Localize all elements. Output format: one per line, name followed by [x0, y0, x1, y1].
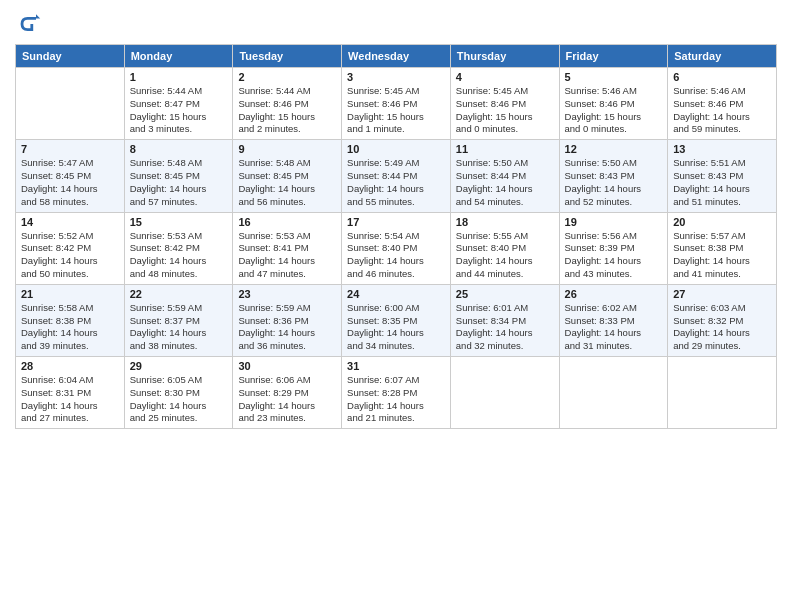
- day-info: Sunrise: 5:48 AM Sunset: 8:45 PM Dayligh…: [238, 157, 336, 208]
- day-number: 17: [347, 216, 445, 228]
- day-number: 23: [238, 288, 336, 300]
- day-number: 27: [673, 288, 771, 300]
- day-info: Sunrise: 5:57 AM Sunset: 8:38 PM Dayligh…: [673, 230, 771, 281]
- weekday-header-thursday: Thursday: [450, 45, 559, 68]
- calendar-week-row: 21Sunrise: 5:58 AM Sunset: 8:38 PM Dayli…: [16, 284, 777, 356]
- calendar-cell: 9Sunrise: 5:48 AM Sunset: 8:45 PM Daylig…: [233, 140, 342, 212]
- day-info: Sunrise: 5:53 AM Sunset: 8:42 PM Dayligh…: [130, 230, 228, 281]
- calendar-cell: 22Sunrise: 5:59 AM Sunset: 8:37 PM Dayli…: [124, 284, 233, 356]
- calendar-cell: 23Sunrise: 5:59 AM Sunset: 8:36 PM Dayli…: [233, 284, 342, 356]
- weekday-header-wednesday: Wednesday: [342, 45, 451, 68]
- day-number: 18: [456, 216, 554, 228]
- svg-rect-0: [15, 10, 43, 38]
- day-info: Sunrise: 5:49 AM Sunset: 8:44 PM Dayligh…: [347, 157, 445, 208]
- calendar-week-row: 1Sunrise: 5:44 AM Sunset: 8:47 PM Daylig…: [16, 68, 777, 140]
- day-info: Sunrise: 6:04 AM Sunset: 8:31 PM Dayligh…: [21, 374, 119, 425]
- weekday-header-saturday: Saturday: [668, 45, 777, 68]
- day-number: 30: [238, 360, 336, 372]
- calendar-cell: [668, 357, 777, 429]
- day-info: Sunrise: 5:44 AM Sunset: 8:46 PM Dayligh…: [238, 85, 336, 136]
- day-number: 15: [130, 216, 228, 228]
- calendar-cell: 19Sunrise: 5:56 AM Sunset: 8:39 PM Dayli…: [559, 212, 668, 284]
- day-info: Sunrise: 6:05 AM Sunset: 8:30 PM Dayligh…: [130, 374, 228, 425]
- day-number: 24: [347, 288, 445, 300]
- day-info: Sunrise: 5:50 AM Sunset: 8:43 PM Dayligh…: [565, 157, 663, 208]
- day-number: 28: [21, 360, 119, 372]
- day-info: Sunrise: 5:46 AM Sunset: 8:46 PM Dayligh…: [673, 85, 771, 136]
- calendar-cell: 1Sunrise: 5:44 AM Sunset: 8:47 PM Daylig…: [124, 68, 233, 140]
- day-number: 7: [21, 143, 119, 155]
- day-number: 5: [565, 71, 663, 83]
- weekday-header-tuesday: Tuesday: [233, 45, 342, 68]
- day-info: Sunrise: 5:59 AM Sunset: 8:37 PM Dayligh…: [130, 302, 228, 353]
- day-number: 22: [130, 288, 228, 300]
- day-number: 3: [347, 71, 445, 83]
- day-number: 8: [130, 143, 228, 155]
- day-info: Sunrise: 6:06 AM Sunset: 8:29 PM Dayligh…: [238, 374, 336, 425]
- calendar-cell: 7Sunrise: 5:47 AM Sunset: 8:45 PM Daylig…: [16, 140, 125, 212]
- day-number: 12: [565, 143, 663, 155]
- calendar-cell: 2Sunrise: 5:44 AM Sunset: 8:46 PM Daylig…: [233, 68, 342, 140]
- day-number: 1: [130, 71, 228, 83]
- weekday-header-row: SundayMondayTuesdayWednesdayThursdayFrid…: [16, 45, 777, 68]
- day-info: Sunrise: 6:01 AM Sunset: 8:34 PM Dayligh…: [456, 302, 554, 353]
- day-info: Sunrise: 5:44 AM Sunset: 8:47 PM Dayligh…: [130, 85, 228, 136]
- calendar-cell: 14Sunrise: 5:52 AM Sunset: 8:42 PM Dayli…: [16, 212, 125, 284]
- day-info: Sunrise: 5:47 AM Sunset: 8:45 PM Dayligh…: [21, 157, 119, 208]
- day-info: Sunrise: 5:46 AM Sunset: 8:46 PM Dayligh…: [565, 85, 663, 136]
- calendar-cell: 12Sunrise: 5:50 AM Sunset: 8:43 PM Dayli…: [559, 140, 668, 212]
- day-info: Sunrise: 5:59 AM Sunset: 8:36 PM Dayligh…: [238, 302, 336, 353]
- day-info: Sunrise: 5:53 AM Sunset: 8:41 PM Dayligh…: [238, 230, 336, 281]
- weekday-header-monday: Monday: [124, 45, 233, 68]
- calendar-cell: 11Sunrise: 5:50 AM Sunset: 8:44 PM Dayli…: [450, 140, 559, 212]
- day-number: 11: [456, 143, 554, 155]
- day-info: Sunrise: 5:48 AM Sunset: 8:45 PM Dayligh…: [130, 157, 228, 208]
- calendar-cell: 20Sunrise: 5:57 AM Sunset: 8:38 PM Dayli…: [668, 212, 777, 284]
- calendar-table: SundayMondayTuesdayWednesdayThursdayFrid…: [15, 44, 777, 429]
- day-info: Sunrise: 5:52 AM Sunset: 8:42 PM Dayligh…: [21, 230, 119, 281]
- calendar-cell: 16Sunrise: 5:53 AM Sunset: 8:41 PM Dayli…: [233, 212, 342, 284]
- day-number: 26: [565, 288, 663, 300]
- calendar-cell: [450, 357, 559, 429]
- day-info: Sunrise: 5:56 AM Sunset: 8:39 PM Dayligh…: [565, 230, 663, 281]
- logo-icon: [15, 10, 43, 38]
- calendar-week-row: 28Sunrise: 6:04 AM Sunset: 8:31 PM Dayli…: [16, 357, 777, 429]
- day-number: 20: [673, 216, 771, 228]
- day-number: 6: [673, 71, 771, 83]
- day-number: 25: [456, 288, 554, 300]
- calendar-cell: [16, 68, 125, 140]
- day-number: 29: [130, 360, 228, 372]
- calendar-cell: 10Sunrise: 5:49 AM Sunset: 8:44 PM Dayli…: [342, 140, 451, 212]
- calendar-cell: 25Sunrise: 6:01 AM Sunset: 8:34 PM Dayli…: [450, 284, 559, 356]
- day-info: Sunrise: 5:45 AM Sunset: 8:46 PM Dayligh…: [347, 85, 445, 136]
- day-info: Sunrise: 6:07 AM Sunset: 8:28 PM Dayligh…: [347, 374, 445, 425]
- calendar-cell: 21Sunrise: 5:58 AM Sunset: 8:38 PM Dayli…: [16, 284, 125, 356]
- calendar-cell: 8Sunrise: 5:48 AM Sunset: 8:45 PM Daylig…: [124, 140, 233, 212]
- day-info: Sunrise: 5:54 AM Sunset: 8:40 PM Dayligh…: [347, 230, 445, 281]
- calendar-cell: 30Sunrise: 6:06 AM Sunset: 8:29 PM Dayli…: [233, 357, 342, 429]
- calendar-cell: 6Sunrise: 5:46 AM Sunset: 8:46 PM Daylig…: [668, 68, 777, 140]
- day-info: Sunrise: 6:00 AM Sunset: 8:35 PM Dayligh…: [347, 302, 445, 353]
- day-info: Sunrise: 5:51 AM Sunset: 8:43 PM Dayligh…: [673, 157, 771, 208]
- calendar-cell: 29Sunrise: 6:05 AM Sunset: 8:30 PM Dayli…: [124, 357, 233, 429]
- day-info: Sunrise: 5:55 AM Sunset: 8:40 PM Dayligh…: [456, 230, 554, 281]
- header: [15, 10, 777, 38]
- day-number: 2: [238, 71, 336, 83]
- page: SundayMondayTuesdayWednesdayThursdayFrid…: [0, 0, 792, 612]
- weekday-header-sunday: Sunday: [16, 45, 125, 68]
- calendar-cell: 17Sunrise: 5:54 AM Sunset: 8:40 PM Dayli…: [342, 212, 451, 284]
- calendar-cell: 27Sunrise: 6:03 AM Sunset: 8:32 PM Dayli…: [668, 284, 777, 356]
- day-number: 19: [565, 216, 663, 228]
- day-number: 10: [347, 143, 445, 155]
- calendar-week-row: 14Sunrise: 5:52 AM Sunset: 8:42 PM Dayli…: [16, 212, 777, 284]
- weekday-header-friday: Friday: [559, 45, 668, 68]
- day-number: 21: [21, 288, 119, 300]
- day-info: Sunrise: 6:02 AM Sunset: 8:33 PM Dayligh…: [565, 302, 663, 353]
- day-number: 14: [21, 216, 119, 228]
- day-number: 16: [238, 216, 336, 228]
- day-number: 9: [238, 143, 336, 155]
- day-number: 4: [456, 71, 554, 83]
- calendar-cell: 31Sunrise: 6:07 AM Sunset: 8:28 PM Dayli…: [342, 357, 451, 429]
- day-number: 13: [673, 143, 771, 155]
- logo: [15, 10, 47, 38]
